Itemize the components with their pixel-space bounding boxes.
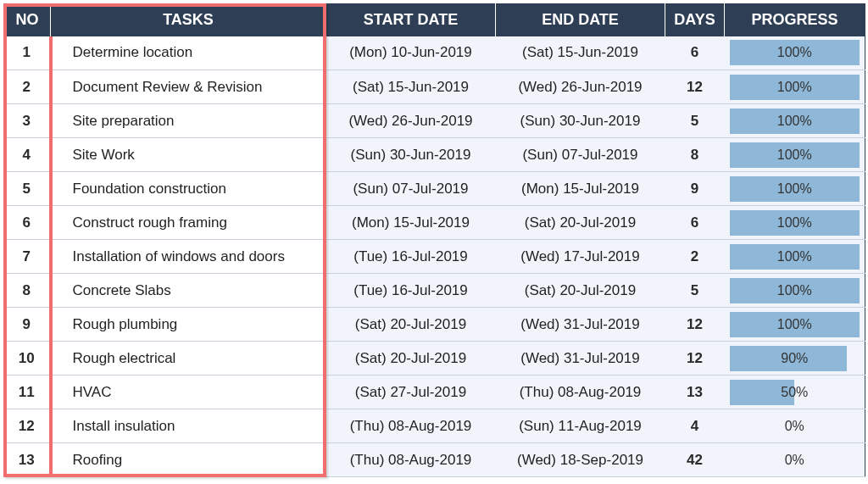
- cell-progress[interactable]: 90%: [725, 342, 865, 376]
- cell-no[interactable]: 13: [4, 443, 51, 477]
- cell-progress[interactable]: 0%: [725, 443, 865, 477]
- cell-end[interactable]: (Mon) 15-Jul-2019: [496, 172, 665, 206]
- cell-no[interactable]: 6: [4, 206, 51, 240]
- cell-end[interactable]: (Sun) 07-Jul-2019: [496, 138, 665, 172]
- table-row: 12Install insulation(Thu) 08-Aug-2019(Su…: [4, 409, 865, 443]
- table-body: 1Determine location(Mon) 10-Jun-2019(Sat…: [4, 36, 865, 477]
- cell-start[interactable]: (Mon) 15-Jul-2019: [326, 206, 496, 240]
- header-progress[interactable]: PROGRESS: [725, 4, 865, 36]
- cell-end[interactable]: (Thu) 08-Aug-2019: [496, 376, 665, 409]
- cell-task[interactable]: Rough plumbing: [51, 308, 326, 342]
- cell-end[interactable]: (Wed) 31-Jul-2019: [496, 342, 665, 376]
- cell-task[interactable]: Foundation construction: [51, 172, 326, 206]
- progress-label: 90%: [730, 346, 860, 371]
- cell-days[interactable]: 5: [665, 104, 725, 138]
- cell-start[interactable]: (Thu) 08-Aug-2019: [326, 409, 496, 443]
- cell-days[interactable]: 9: [665, 172, 725, 206]
- cell-progress[interactable]: 100%: [725, 206, 865, 240]
- table-row: 13Roofing(Thu) 08-Aug-2019(Wed) 18-Sep-2…: [4, 443, 865, 477]
- header-start[interactable]: START DATE: [326, 4, 496, 36]
- cell-days[interactable]: 5: [665, 274, 725, 308]
- cell-progress[interactable]: 100%: [725, 36, 865, 70]
- cell-no[interactable]: 10: [4, 342, 51, 376]
- cell-task[interactable]: Determine location: [51, 36, 326, 70]
- cell-progress[interactable]: 50%: [725, 376, 865, 409]
- cell-progress[interactable]: 100%: [725, 274, 865, 308]
- cell-end[interactable]: (Sun) 30-Jun-2019: [496, 104, 665, 138]
- cell-end[interactable]: (Sat) 15-Jun-2019: [496, 36, 665, 70]
- progress-bar: 100%: [730, 210, 860, 236]
- cell-days[interactable]: 6: [665, 206, 725, 240]
- header-tasks[interactable]: TASKS: [51, 4, 326, 36]
- cell-progress[interactable]: 0%: [725, 409, 865, 443]
- cell-start[interactable]: (Sat) 20-Jul-2019: [326, 308, 496, 342]
- cell-start[interactable]: (Tue) 16-Jul-2019: [326, 240, 496, 274]
- cell-progress[interactable]: 100%: [725, 138, 865, 172]
- cell-end[interactable]: (Sun) 11-Aug-2019: [496, 409, 665, 443]
- cell-progress[interactable]: 100%: [725, 308, 865, 342]
- cell-task[interactable]: Construct rough framing: [51, 206, 326, 240]
- cell-task[interactable]: Install insulation: [51, 409, 326, 443]
- progress-bar: 100%: [730, 176, 860, 202]
- progress-bar: 100%: [730, 108, 860, 134]
- cell-progress[interactable]: 100%: [725, 70, 865, 104]
- cell-days[interactable]: 2: [665, 240, 725, 274]
- cell-no[interactable]: 9: [4, 308, 51, 342]
- cell-progress[interactable]: 100%: [725, 240, 865, 274]
- cell-start[interactable]: (Sat) 20-Jul-2019: [326, 342, 496, 376]
- cell-no[interactable]: 5: [4, 172, 51, 206]
- cell-task[interactable]: Concrete Slabs: [51, 274, 326, 308]
- progress-label: 0%: [730, 448, 860, 473]
- cell-end[interactable]: (Sat) 20-Jul-2019: [496, 206, 665, 240]
- table-row: 10Rough electrical(Sat) 20-Jul-2019(Wed)…: [4, 342, 865, 376]
- cell-days[interactable]: 12: [665, 70, 725, 104]
- cell-no[interactable]: 4: [4, 138, 51, 172]
- cell-start[interactable]: (Sat) 27-Jul-2019: [326, 376, 496, 409]
- cell-no[interactable]: 1: [4, 36, 51, 70]
- progress-label: 100%: [730, 278, 860, 303]
- task-table: NO TASKS START DATE END DATE DAYS PROGRE…: [3, 3, 865, 477]
- cell-no[interactable]: 12: [4, 409, 51, 443]
- cell-end[interactable]: (Sat) 20-Jul-2019: [496, 274, 665, 308]
- cell-days[interactable]: 8: [665, 138, 725, 172]
- cell-no[interactable]: 3: [4, 104, 51, 138]
- cell-days[interactable]: 42: [665, 443, 725, 477]
- table-row: 8Concrete Slabs(Tue) 16-Jul-2019(Sat) 20…: [4, 274, 865, 308]
- cell-start[interactable]: (Mon) 10-Jun-2019: [326, 36, 496, 70]
- cell-days[interactable]: 6: [665, 36, 725, 70]
- cell-no[interactable]: 11: [4, 376, 51, 409]
- cell-no[interactable]: 7: [4, 240, 51, 274]
- cell-progress[interactable]: 100%: [725, 172, 865, 206]
- header-end[interactable]: END DATE: [496, 4, 665, 36]
- cell-start[interactable]: (Tue) 16-Jul-2019: [326, 274, 496, 308]
- cell-end[interactable]: (Wed) 18-Sep-2019: [496, 443, 665, 477]
- cell-days[interactable]: 12: [665, 342, 725, 376]
- cell-end[interactable]: (Wed) 17-Jul-2019: [496, 240, 665, 274]
- cell-task[interactable]: Installation of windows and doors: [51, 240, 326, 274]
- cell-days[interactable]: 4: [665, 409, 725, 443]
- table-row: 11HVAC(Sat) 27-Jul-2019(Thu) 08-Aug-2019…: [4, 376, 865, 409]
- cell-no[interactable]: 8: [4, 274, 51, 308]
- cell-start[interactable]: (Sun) 30-Jun-2019: [326, 138, 496, 172]
- cell-no[interactable]: 2: [4, 70, 51, 104]
- cell-task[interactable]: Site preparation: [51, 104, 326, 138]
- cell-start[interactable]: (Wed) 26-Jun-2019: [326, 104, 496, 138]
- table-row: 6Construct rough framing(Mon) 15-Jul-201…: [4, 206, 865, 240]
- table-row: 9Rough plumbing(Sat) 20-Jul-2019(Wed) 31…: [4, 308, 865, 342]
- cell-start[interactable]: (Thu) 08-Aug-2019: [326, 443, 496, 477]
- cell-task[interactable]: Roofing: [51, 443, 326, 477]
- cell-task[interactable]: Site Work: [51, 138, 326, 172]
- cell-task[interactable]: Document Review & Revision: [51, 70, 326, 104]
- cell-progress[interactable]: 100%: [725, 104, 865, 138]
- cell-days[interactable]: 13: [665, 376, 725, 409]
- cell-task[interactable]: Rough electrical: [51, 342, 326, 376]
- cell-start[interactable]: (Sat) 15-Jun-2019: [326, 70, 496, 104]
- progress-bar: 0%: [730, 448, 860, 473]
- header-days[interactable]: DAYS: [665, 4, 725, 36]
- header-no[interactable]: NO: [4, 4, 51, 36]
- cell-end[interactable]: (Wed) 31-Jul-2019: [496, 308, 665, 342]
- cell-days[interactable]: 12: [665, 308, 725, 342]
- cell-end[interactable]: (Wed) 26-Jun-2019: [496, 70, 665, 104]
- cell-start[interactable]: (Sun) 07-Jul-2019: [326, 172, 496, 206]
- cell-task[interactable]: HVAC: [51, 376, 326, 409]
